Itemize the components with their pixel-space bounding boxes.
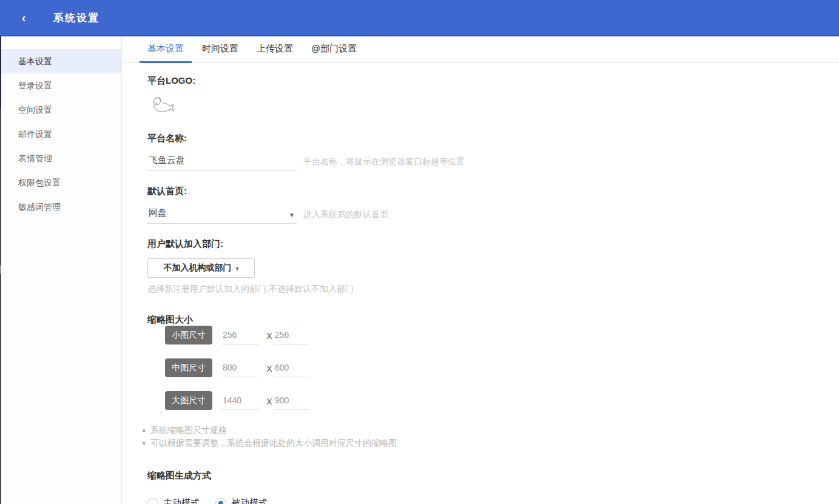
platform-logo-label: 平台LOGO:	[147, 75, 839, 87]
size-separator: X	[265, 331, 274, 341]
bullet-icon	[143, 429, 145, 432]
default-dept-button[interactable]: 不加入机构或部门 ▾	[147, 258, 255, 278]
size-separator: X	[265, 397, 274, 406]
medium-height-input[interactable]	[274, 360, 309, 375]
medium-height-field	[274, 360, 309, 377]
sidebar-item-sensitive-words[interactable]: 敏感词管理	[1, 195, 121, 219]
default-home-label: 默认首页:	[147, 186, 839, 197]
thumb-size-notes: 系统缩略图尺寸规格 可以根据需要调整，系统会根据此处的大小调用对应尺寸的缩略图	[143, 424, 839, 449]
small-width-field	[221, 328, 259, 344]
basic-settings-form: 平台LOGO: 平台名称: 平台名称，将显示在浏览器窗口标题等位置 默认首页: …	[123, 63, 839, 504]
caret-down-icon: ▾	[235, 265, 238, 272]
thumb-mode-label: 缩略图生成方式	[147, 470, 839, 482]
default-dept-button-label: 不加入机构或部门	[163, 263, 231, 274]
sidebar-item-login-settings[interactable]: 登录设置	[1, 73, 121, 98]
platform-name-input[interactable]	[147, 153, 297, 170]
platform-logo-image[interactable]	[150, 95, 177, 117]
default-home-select[interactable]: 网盘 ▼	[147, 206, 297, 224]
sidebar-item-space-settings[interactable]: 空间设置	[1, 98, 121, 122]
small-height-field	[274, 328, 309, 344]
dropdown-arrow-icon: ▼	[289, 212, 295, 218]
back-icon[interactable]: ‹	[16, 10, 32, 25]
platform-name-label: 平台名称:	[147, 133, 839, 144]
platform-name-hint: 平台名称，将显示在浏览器窗口标题等位置	[303, 156, 465, 171]
radio-active-mode-label: 主动模式	[163, 497, 200, 504]
bullet-icon	[143, 442, 145, 445]
radio-active-mode[interactable]: 主动模式	[147, 497, 200, 504]
settings-sidebar: 基本设置 登录设置 空间设置 邮件设置 表情管理 权限包设置 敏感词管理	[1, 36, 122, 504]
small-size-button[interactable]: 小图尺寸	[165, 326, 212, 344]
small-height-input[interactable]	[274, 328, 309, 342]
default-home-value: 网盘	[149, 207, 167, 219]
small-width-input[interactable]	[221, 328, 259, 342]
medium-size-button[interactable]: 中图尺寸	[165, 358, 212, 377]
thumb-mode-options: 主动模式 被动模式	[147, 497, 839, 504]
note-line: 系统缩略图尺寸规格	[143, 424, 839, 437]
app-header: ‹ 系统设置	[0, 0, 839, 36]
default-dept-hint: 选择新注册用户默认加入的部门,不选择默认不加入部门	[147, 284, 839, 295]
default-home-hint: 进入系统后的默认首页	[303, 209, 388, 224]
tab-at-department-settings[interactable]: @部门设置	[303, 36, 365, 63]
note-line: 可以根据需要调整，系统会根据此处的大小调用对应尺寸的缩略图	[143, 437, 839, 449]
radio-passive-mode[interactable]: 被动模式	[215, 497, 268, 504]
radio-unselected-icon	[147, 498, 158, 504]
large-height-input[interactable]	[274, 393, 309, 408]
sidebar-item-basic-settings[interactable]: 基本设置	[1, 49, 121, 73]
tab-upload-settings[interactable]: 上传设置	[249, 36, 301, 63]
tab-basic-settings[interactable]: 基本设置	[140, 36, 192, 63]
note-text: 系统缩略图尺寸规格	[150, 424, 227, 437]
large-width-input[interactable]	[221, 393, 259, 408]
fish-logo-icon	[150, 109, 177, 119]
radio-selected-icon	[215, 498, 226, 504]
medium-width-input[interactable]	[221, 360, 259, 375]
sidebar-item-emoji-management[interactable]: 表情管理	[1, 146, 121, 170]
main-panel: 基本设置 时间设置 上传设置 @部门设置 平台LOGO: 平台名称: 平台名称，…	[123, 36, 839, 504]
sidebar-item-permission-pack[interactable]: 权限包设置	[1, 170, 121, 195]
size-separator: X	[265, 364, 274, 374]
thumb-size-row-small: 小图尺寸 X	[165, 326, 839, 344]
medium-width-field	[221, 360, 259, 377]
tab-time-settings[interactable]: 时间设置	[194, 36, 246, 63]
thumb-size-label: 缩略图大小	[147, 314, 839, 326]
note-text: 可以根据需要调整，系统会根据此处的大小调用对应尺寸的缩略图	[150, 437, 397, 449]
sidebar-item-mail-settings[interactable]: 邮件设置	[1, 122, 121, 146]
large-width-field	[221, 393, 259, 410]
thumb-size-row-medium: 中图尺寸 X	[165, 358, 839, 377]
large-height-field	[274, 393, 309, 410]
radio-passive-mode-label: 被动模式	[231, 497, 268, 504]
platform-name-field	[147, 153, 297, 171]
thumb-size-row-large: 大图尺寸 X	[165, 391, 839, 410]
large-size-button[interactable]: 大图尺寸	[165, 391, 212, 410]
default-dept-label: 用户默认加入部门:	[147, 238, 839, 250]
settings-tabbar: 基本设置 时间设置 上传设置 @部门设置	[123, 36, 839, 63]
page-title: 系统设置	[53, 11, 99, 25]
